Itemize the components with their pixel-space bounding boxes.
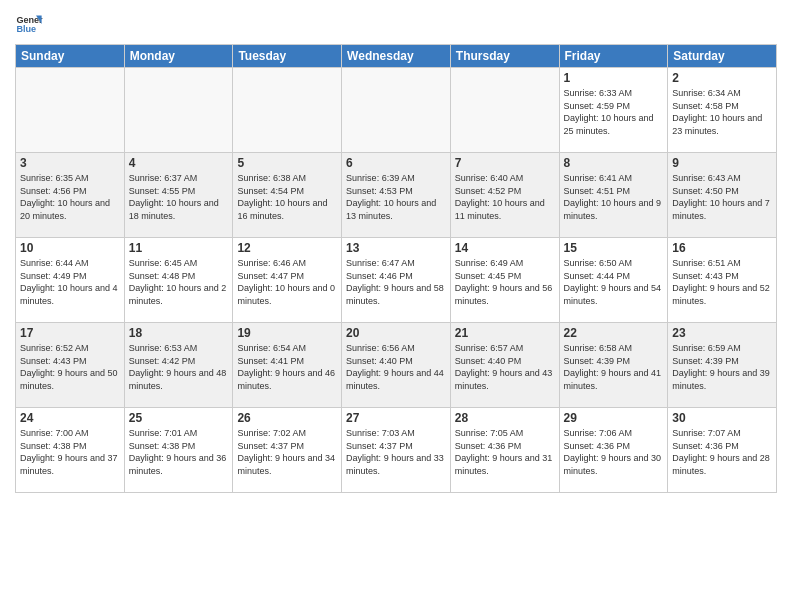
day-number: 29 bbox=[564, 411, 664, 425]
calendar-cell: 29Sunrise: 7:06 AM Sunset: 4:36 PM Dayli… bbox=[559, 408, 668, 493]
weekday-header: Wednesday bbox=[342, 45, 451, 68]
day-info: Sunrise: 6:53 AM Sunset: 4:42 PM Dayligh… bbox=[129, 342, 229, 392]
calendar-week-row: 17Sunrise: 6:52 AM Sunset: 4:43 PM Dayli… bbox=[16, 323, 777, 408]
day-info: Sunrise: 6:59 AM Sunset: 4:39 PM Dayligh… bbox=[672, 342, 772, 392]
calendar-cell: 5Sunrise: 6:38 AM Sunset: 4:54 PM Daylig… bbox=[233, 153, 342, 238]
calendar-cell: 15Sunrise: 6:50 AM Sunset: 4:44 PM Dayli… bbox=[559, 238, 668, 323]
day-number: 7 bbox=[455, 156, 555, 170]
logo-icon: General Blue bbox=[15, 10, 43, 38]
calendar-cell bbox=[16, 68, 125, 153]
day-number: 24 bbox=[20, 411, 120, 425]
day-info: Sunrise: 6:45 AM Sunset: 4:48 PM Dayligh… bbox=[129, 257, 229, 307]
weekday-header: Thursday bbox=[450, 45, 559, 68]
calendar-cell: 16Sunrise: 6:51 AM Sunset: 4:43 PM Dayli… bbox=[668, 238, 777, 323]
day-number: 20 bbox=[346, 326, 446, 340]
day-info: Sunrise: 6:43 AM Sunset: 4:50 PM Dayligh… bbox=[672, 172, 772, 222]
day-info: Sunrise: 6:40 AM Sunset: 4:52 PM Dayligh… bbox=[455, 172, 555, 222]
day-number: 9 bbox=[672, 156, 772, 170]
calendar-cell: 12Sunrise: 6:46 AM Sunset: 4:47 PM Dayli… bbox=[233, 238, 342, 323]
day-number: 13 bbox=[346, 241, 446, 255]
calendar-cell: 8Sunrise: 6:41 AM Sunset: 4:51 PM Daylig… bbox=[559, 153, 668, 238]
day-info: Sunrise: 6:33 AM Sunset: 4:59 PM Dayligh… bbox=[564, 87, 664, 137]
calendar-cell: 22Sunrise: 6:58 AM Sunset: 4:39 PM Dayli… bbox=[559, 323, 668, 408]
day-info: Sunrise: 6:47 AM Sunset: 4:46 PM Dayligh… bbox=[346, 257, 446, 307]
page-header: General Blue bbox=[15, 10, 777, 38]
logo: General Blue bbox=[15, 10, 43, 38]
day-number: 5 bbox=[237, 156, 337, 170]
calendar-cell: 20Sunrise: 6:56 AM Sunset: 4:40 PM Dayli… bbox=[342, 323, 451, 408]
calendar-cell bbox=[233, 68, 342, 153]
day-info: Sunrise: 6:50 AM Sunset: 4:44 PM Dayligh… bbox=[564, 257, 664, 307]
svg-text:Blue: Blue bbox=[16, 24, 36, 34]
calendar-cell: 24Sunrise: 7:00 AM Sunset: 4:38 PM Dayli… bbox=[16, 408, 125, 493]
day-number: 11 bbox=[129, 241, 229, 255]
day-number: 17 bbox=[20, 326, 120, 340]
calendar-cell: 13Sunrise: 6:47 AM Sunset: 4:46 PM Dayli… bbox=[342, 238, 451, 323]
day-info: Sunrise: 7:02 AM Sunset: 4:37 PM Dayligh… bbox=[237, 427, 337, 477]
calendar-cell: 25Sunrise: 7:01 AM Sunset: 4:38 PM Dayli… bbox=[124, 408, 233, 493]
day-info: Sunrise: 6:58 AM Sunset: 4:39 PM Dayligh… bbox=[564, 342, 664, 392]
day-number: 12 bbox=[237, 241, 337, 255]
day-number: 14 bbox=[455, 241, 555, 255]
day-number: 2 bbox=[672, 71, 772, 85]
day-number: 23 bbox=[672, 326, 772, 340]
day-info: Sunrise: 7:01 AM Sunset: 4:38 PM Dayligh… bbox=[129, 427, 229, 477]
day-info: Sunrise: 6:49 AM Sunset: 4:45 PM Dayligh… bbox=[455, 257, 555, 307]
calendar-cell: 26Sunrise: 7:02 AM Sunset: 4:37 PM Dayli… bbox=[233, 408, 342, 493]
calendar-cell: 3Sunrise: 6:35 AM Sunset: 4:56 PM Daylig… bbox=[16, 153, 125, 238]
day-info: Sunrise: 6:51 AM Sunset: 4:43 PM Dayligh… bbox=[672, 257, 772, 307]
day-number: 4 bbox=[129, 156, 229, 170]
day-number: 15 bbox=[564, 241, 664, 255]
day-info: Sunrise: 6:39 AM Sunset: 4:53 PM Dayligh… bbox=[346, 172, 446, 222]
day-info: Sunrise: 6:54 AM Sunset: 4:41 PM Dayligh… bbox=[237, 342, 337, 392]
day-number: 6 bbox=[346, 156, 446, 170]
calendar-cell bbox=[450, 68, 559, 153]
day-number: 26 bbox=[237, 411, 337, 425]
day-info: Sunrise: 6:46 AM Sunset: 4:47 PM Dayligh… bbox=[237, 257, 337, 307]
day-info: Sunrise: 7:06 AM Sunset: 4:36 PM Dayligh… bbox=[564, 427, 664, 477]
calendar-cell: 2Sunrise: 6:34 AM Sunset: 4:58 PM Daylig… bbox=[668, 68, 777, 153]
calendar-cell: 4Sunrise: 6:37 AM Sunset: 4:55 PM Daylig… bbox=[124, 153, 233, 238]
day-info: Sunrise: 6:38 AM Sunset: 4:54 PM Dayligh… bbox=[237, 172, 337, 222]
calendar-cell: 18Sunrise: 6:53 AM Sunset: 4:42 PM Dayli… bbox=[124, 323, 233, 408]
calendar-cell: 23Sunrise: 6:59 AM Sunset: 4:39 PM Dayli… bbox=[668, 323, 777, 408]
weekday-header: Friday bbox=[559, 45, 668, 68]
day-info: Sunrise: 6:57 AM Sunset: 4:40 PM Dayligh… bbox=[455, 342, 555, 392]
calendar-cell: 21Sunrise: 6:57 AM Sunset: 4:40 PM Dayli… bbox=[450, 323, 559, 408]
day-number: 1 bbox=[564, 71, 664, 85]
day-number: 3 bbox=[20, 156, 120, 170]
day-number: 21 bbox=[455, 326, 555, 340]
day-info: Sunrise: 6:44 AM Sunset: 4:49 PM Dayligh… bbox=[20, 257, 120, 307]
day-info: Sunrise: 7:07 AM Sunset: 4:36 PM Dayligh… bbox=[672, 427, 772, 477]
calendar-cell bbox=[342, 68, 451, 153]
day-info: Sunrise: 6:37 AM Sunset: 4:55 PM Dayligh… bbox=[129, 172, 229, 222]
day-number: 16 bbox=[672, 241, 772, 255]
weekday-header: Tuesday bbox=[233, 45, 342, 68]
calendar-table: SundayMondayTuesdayWednesdayThursdayFrid… bbox=[15, 44, 777, 493]
day-info: Sunrise: 6:52 AM Sunset: 4:43 PM Dayligh… bbox=[20, 342, 120, 392]
calendar-cell: 19Sunrise: 6:54 AM Sunset: 4:41 PM Dayli… bbox=[233, 323, 342, 408]
day-info: Sunrise: 6:34 AM Sunset: 4:58 PM Dayligh… bbox=[672, 87, 772, 137]
weekday-header: Sunday bbox=[16, 45, 125, 68]
calendar-cell: 1Sunrise: 6:33 AM Sunset: 4:59 PM Daylig… bbox=[559, 68, 668, 153]
calendar-cell: 9Sunrise: 6:43 AM Sunset: 4:50 PM Daylig… bbox=[668, 153, 777, 238]
day-info: Sunrise: 7:05 AM Sunset: 4:36 PM Dayligh… bbox=[455, 427, 555, 477]
day-info: Sunrise: 7:03 AM Sunset: 4:37 PM Dayligh… bbox=[346, 427, 446, 477]
calendar-week-row: 10Sunrise: 6:44 AM Sunset: 4:49 PM Dayli… bbox=[16, 238, 777, 323]
day-info: Sunrise: 6:56 AM Sunset: 4:40 PM Dayligh… bbox=[346, 342, 446, 392]
day-info: Sunrise: 7:00 AM Sunset: 4:38 PM Dayligh… bbox=[20, 427, 120, 477]
calendar-cell: 14Sunrise: 6:49 AM Sunset: 4:45 PM Dayli… bbox=[450, 238, 559, 323]
day-number: 22 bbox=[564, 326, 664, 340]
calendar-header-row: SundayMondayTuesdayWednesdayThursdayFrid… bbox=[16, 45, 777, 68]
calendar-cell: 28Sunrise: 7:05 AM Sunset: 4:36 PM Dayli… bbox=[450, 408, 559, 493]
day-number: 18 bbox=[129, 326, 229, 340]
calendar-week-row: 24Sunrise: 7:00 AM Sunset: 4:38 PM Dayli… bbox=[16, 408, 777, 493]
calendar-week-row: 1Sunrise: 6:33 AM Sunset: 4:59 PM Daylig… bbox=[16, 68, 777, 153]
calendar-cell: 11Sunrise: 6:45 AM Sunset: 4:48 PM Dayli… bbox=[124, 238, 233, 323]
day-info: Sunrise: 6:41 AM Sunset: 4:51 PM Dayligh… bbox=[564, 172, 664, 222]
calendar-week-row: 3Sunrise: 6:35 AM Sunset: 4:56 PM Daylig… bbox=[16, 153, 777, 238]
day-number: 30 bbox=[672, 411, 772, 425]
calendar-cell: 17Sunrise: 6:52 AM Sunset: 4:43 PM Dayli… bbox=[16, 323, 125, 408]
day-number: 10 bbox=[20, 241, 120, 255]
weekday-header: Saturday bbox=[668, 45, 777, 68]
